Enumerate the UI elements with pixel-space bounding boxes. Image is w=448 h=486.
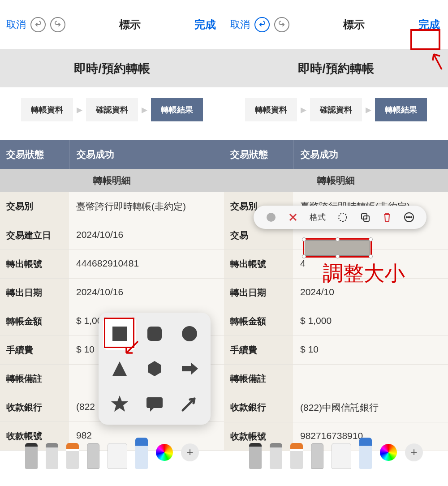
- table-row: 交易別臺幣跨行即時轉帳(非約定): [0, 192, 224, 221]
- pencil-tool[interactable]: [359, 438, 372, 469]
- cancel-button[interactable]: 取消: [230, 18, 250, 31]
- step-confirm: 確認資料: [86, 98, 138, 121]
- markup-title: 標示: [343, 17, 365, 32]
- redo-icon[interactable]: [274, 17, 289, 32]
- undo-icon[interactable]: [254, 17, 270, 32]
- annotation-resize-label: 調整大小: [323, 260, 405, 288]
- resize-handle[interactable]: [336, 254, 340, 258]
- svg-point-4: [339, 213, 347, 221]
- shape-triangle[interactable]: [103, 352, 136, 385]
- format-button[interactable]: 格式: [310, 212, 326, 223]
- shape-hexagon[interactable]: [138, 352, 171, 385]
- chevron-right-icon: ▶: [301, 105, 306, 115]
- table-row: 轉帳備註: [224, 365, 448, 393]
- annotation-arrow-icon: [125, 340, 140, 356]
- add-shape-button[interactable]: +: [181, 443, 199, 461]
- more-icon[interactable]: [404, 212, 414, 223]
- svg-rect-1: [147, 327, 162, 341]
- duplicate-icon[interactable]: [360, 212, 370, 223]
- svg-point-8: [406, 217, 408, 218]
- step-indicator: 轉帳資料 ▶ 確認資料 ▶ 轉帳結果: [0, 87, 224, 132]
- shape-circle[interactable]: [173, 317, 206, 350]
- add-shape-button[interactable]: +: [405, 443, 423, 461]
- marker-tool[interactable]: [46, 443, 58, 469]
- resize-handle[interactable]: [369, 237, 373, 241]
- delete-icon[interactable]: [382, 212, 392, 223]
- table-row: 收款銀行(822)中國信託銀行: [224, 393, 448, 422]
- step-transfer-info: 轉帳資料: [245, 98, 297, 121]
- resize-handle[interactable]: [369, 254, 373, 258]
- chevron-right-icon: ▶: [142, 105, 147, 115]
- ruler-tool[interactable]: [108, 443, 127, 469]
- svg-point-10: [411, 217, 412, 218]
- markup-toolbar: +: [224, 435, 448, 469]
- ruler-tool[interactable]: [332, 443, 351, 469]
- shape-star[interactable]: [103, 387, 136, 420]
- marker-tool[interactable]: [270, 443, 282, 469]
- table-row: 轉出帳號444682910481: [0, 250, 224, 279]
- svg-point-2: [182, 326, 197, 341]
- stroke-style-icon[interactable]: [337, 212, 348, 223]
- highlighter-tool[interactable]: [290, 443, 303, 469]
- chevron-right-icon: ▶: [366, 105, 371, 115]
- eraser-tool[interactable]: [87, 443, 99, 469]
- fill-swatch[interactable]: [266, 212, 276, 223]
- step-confirm: 確認資料: [310, 98, 362, 121]
- detail-table: 交易別臺幣跨行即時轉帳(非約定) 交易 轉出帳號4 轉出日期2024/10 轉帳…: [224, 192, 448, 451]
- status-value: 交易成功: [293, 140, 448, 169]
- undo-icon[interactable]: [30, 17, 46, 32]
- table-row: 交易建立日2024/10/16: [0, 221, 224, 250]
- svg-point-9: [409, 217, 410, 218]
- table-row: 手續費$ 10: [224, 336, 448, 365]
- resize-handle[interactable]: [302, 254, 306, 258]
- eraser-tool[interactable]: [311, 443, 323, 469]
- resize-handle[interactable]: [336, 237, 340, 241]
- pen-tool[interactable]: [249, 443, 262, 469]
- cancel-button[interactable]: 取消: [6, 18, 26, 31]
- resize-handle[interactable]: [302, 237, 306, 241]
- color-picker[interactable]: [156, 444, 173, 461]
- page-title: 即時/預約轉帳: [224, 49, 448, 87]
- close-icon[interactable]: [288, 212, 298, 222]
- highlighter-tool[interactable]: [66, 443, 79, 469]
- left-screen: 取消 標示 完成 即時/預約轉帳 轉帳資料 ▶ 確認資料 ▶ 轉帳結果 交易狀態…: [0, 0, 224, 486]
- shape-context-toolbar: 格式: [254, 206, 426, 229]
- status-label: 交易狀態: [224, 140, 293, 169]
- topbar: 取消 標示 完成: [0, 0, 224, 49]
- svg-point-3: [267, 213, 276, 222]
- chevron-right-icon: ▶: [77, 105, 82, 115]
- markup-toolbar: +: [0, 435, 224, 469]
- shape-speech-bubble[interactable]: [138, 387, 171, 420]
- table-header: 轉帳明細: [0, 169, 224, 192]
- shape-line-arrow[interactable]: [173, 387, 206, 420]
- status-label: 交易狀態: [0, 140, 69, 169]
- step-indicator: 轉帳資料 ▶ 確認資料 ▶ 轉帳結果: [224, 87, 448, 132]
- done-button[interactable]: 完成: [194, 17, 216, 32]
- annotation-arrow-icon: [431, 52, 444, 70]
- step-result: 轉帳結果: [151, 98, 203, 121]
- pen-tool[interactable]: [25, 443, 38, 469]
- table-header: 轉帳明細: [224, 169, 448, 192]
- markup-title: 標示: [119, 17, 141, 32]
- step-transfer-info: 轉帳資料: [21, 98, 73, 121]
- table-row: 轉出日期2024/10/16: [0, 279, 224, 307]
- page-title: 即時/預約轉帳: [0, 49, 224, 87]
- resize-handles: [302, 237, 373, 258]
- pencil-tool[interactable]: [135, 438, 148, 469]
- color-picker[interactable]: [380, 444, 397, 461]
- shape-rounded-square[interactable]: [138, 317, 171, 350]
- step-result: 轉帳結果: [375, 98, 427, 121]
- status-row: 交易狀態 交易成功: [224, 140, 448, 169]
- status-value: 交易成功: [69, 140, 224, 169]
- highlight-done-button: [410, 29, 440, 50]
- shape-arrow[interactable]: [173, 352, 206, 385]
- redo-icon[interactable]: [50, 17, 65, 32]
- table-row: 轉帳金額$ 1,000: [224, 307, 448, 336]
- status-row: 交易狀態 交易成功: [0, 140, 224, 169]
